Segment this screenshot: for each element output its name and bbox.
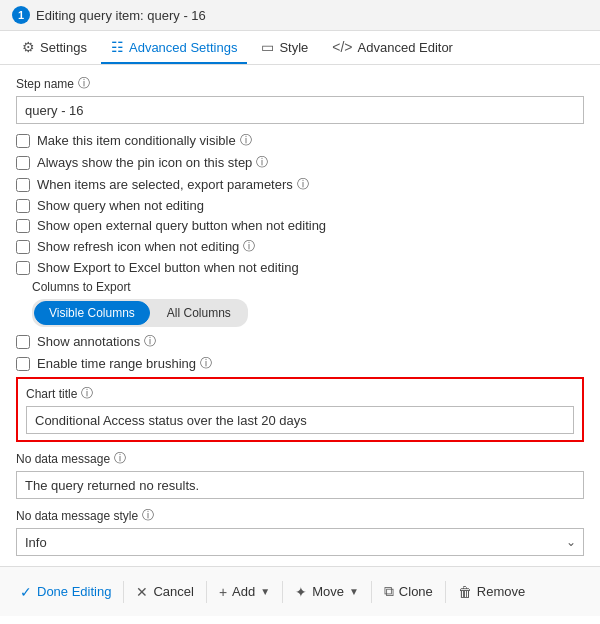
checkbox-export-params-input[interactable]: [16, 178, 30, 192]
chart-title-label: Chart title ⓘ: [26, 385, 574, 402]
checkbox-show-pin-input[interactable]: [16, 156, 30, 170]
info-chart-title[interactable]: ⓘ: [81, 385, 93, 402]
step-name-info-icon[interactable]: ⓘ: [78, 75, 90, 92]
checkbox-show-query: Show query when not editing: [16, 198, 584, 213]
cancel-icon: ✕: [136, 584, 148, 600]
tab-advanced-settings[interactable]: ☷ Advanced Settings: [101, 31, 247, 64]
tab-bar: ⚙ Settings ☷ Advanced Settings ▭ Style <…: [0, 31, 600, 65]
checkbox-show-open-external: Show open external query button when not…: [16, 218, 584, 233]
checkbox-show-refresh: Show refresh icon when not editing ⓘ: [16, 238, 584, 255]
info-conditionally-visible[interactable]: ⓘ: [240, 132, 252, 149]
step-name-label: Step name ⓘ: [16, 75, 584, 92]
checkbox-export-params: When items are selected, export paramete…: [16, 176, 584, 193]
columns-export-label: Columns to Export: [32, 280, 584, 294]
cancel-button[interactable]: ✕ Cancel: [126, 579, 203, 605]
toolbar-sep-5: [445, 581, 446, 603]
top-bar: 1 Editing query item: query - 16: [0, 0, 600, 31]
move-dropdown-icon: ▼: [349, 586, 359, 597]
done-editing-icon: ✓: [20, 584, 32, 600]
add-button[interactable]: + Add ▼: [209, 579, 280, 605]
toolbar-sep-1: [123, 581, 124, 603]
info-export-params[interactable]: ⓘ: [297, 176, 309, 193]
checkbox-show-query-input[interactable]: [16, 199, 30, 213]
info-no-data-style[interactable]: ⓘ: [142, 507, 154, 524]
chart-title-input[interactable]: [26, 406, 574, 434]
clone-button[interactable]: ⧉ Clone: [374, 578, 443, 605]
step-name-input[interactable]: [16, 96, 584, 124]
checkbox-show-open-external-input[interactable]: [16, 219, 30, 233]
bottom-toolbar: ✓ Done Editing ✕ Cancel + Add ▼ ✦ Move ▼…: [0, 566, 600, 616]
settings-icon: ⚙: [22, 39, 35, 55]
tab-advanced-editor-label: Advanced Editor: [358, 40, 453, 55]
checkbox-annotations-input[interactable]: [16, 335, 30, 349]
top-bar-title: Editing query item: query - 16: [36, 8, 206, 23]
checkbox-show-refresh-input[interactable]: [16, 240, 30, 254]
no-data-message-label: No data message ⓘ: [16, 450, 584, 467]
tab-style-label: Style: [279, 40, 308, 55]
advanced-editor-icon: </>: [332, 39, 352, 55]
no-data-message-block: No data message ⓘ: [16, 450, 584, 499]
info-annotations[interactable]: ⓘ: [144, 333, 156, 350]
tab-advanced-settings-label: Advanced Settings: [129, 40, 237, 55]
checkbox-time-range: Enable time range brushing ⓘ: [16, 355, 584, 372]
checkbox-annotations: Show annotations ⓘ: [16, 333, 584, 350]
move-button[interactable]: ✦ Move ▼: [285, 579, 369, 605]
add-icon: +: [219, 584, 227, 600]
step-badge: 1: [12, 6, 30, 24]
checkbox-show-export-excel-input[interactable]: [16, 261, 30, 275]
advanced-settings-icon: ☷: [111, 39, 124, 55]
remove-button[interactable]: 🗑 Remove: [448, 579, 535, 605]
move-icon: ✦: [295, 584, 307, 600]
toolbar-sep-2: [206, 581, 207, 603]
no-data-message-input[interactable]: [16, 471, 584, 499]
info-show-refresh[interactable]: ⓘ: [243, 238, 255, 255]
clone-icon: ⧉: [384, 583, 394, 600]
checkbox-conditionally-visible: Make this item conditionally visible ⓘ: [16, 132, 584, 149]
columns-toggle-group: Visible Columns All Columns: [32, 299, 248, 327]
checkbox-show-export-excel: Show Export to Excel button when not edi…: [16, 260, 584, 275]
tab-advanced-editor[interactable]: </> Advanced Editor: [322, 31, 463, 64]
style-icon: ▭: [261, 39, 274, 55]
toolbar-sep-4: [371, 581, 372, 603]
tab-style[interactable]: ▭ Style: [251, 31, 318, 64]
toolbar-sep-3: [282, 581, 283, 603]
tab-settings[interactable]: ⚙ Settings: [12, 31, 97, 64]
info-time-range[interactable]: ⓘ: [200, 355, 212, 372]
info-no-data-message[interactable]: ⓘ: [114, 450, 126, 467]
no-data-style-select-wrap: Info Warning Error ⌄: [16, 528, 584, 556]
checkbox-time-range-input[interactable]: [16, 357, 30, 371]
done-editing-button[interactable]: ✓ Done Editing: [10, 579, 121, 605]
remove-icon: 🗑: [458, 584, 472, 600]
checkbox-conditionally-visible-input[interactable]: [16, 134, 30, 148]
checkbox-show-pin: Always show the pin icon on this step ⓘ: [16, 154, 584, 171]
step-name-block: Step name ⓘ: [16, 75, 584, 124]
columns-export-section: Columns to Export Visible Columns All Co…: [32, 280, 584, 327]
tab-settings-label: Settings: [40, 40, 87, 55]
chart-title-block: Chart title ⓘ: [16, 377, 584, 442]
info-show-pin[interactable]: ⓘ: [256, 154, 268, 171]
all-columns-btn[interactable]: All Columns: [152, 301, 246, 325]
main-content: Step name ⓘ Make this item conditionally…: [0, 65, 600, 566]
add-dropdown-icon: ▼: [260, 586, 270, 597]
visible-columns-btn[interactable]: Visible Columns: [34, 301, 150, 325]
no-data-style-select[interactable]: Info Warning Error: [16, 528, 584, 556]
no-data-style-block: No data message style ⓘ Info Warning Err…: [16, 507, 584, 556]
no-data-style-label: No data message style ⓘ: [16, 507, 584, 524]
